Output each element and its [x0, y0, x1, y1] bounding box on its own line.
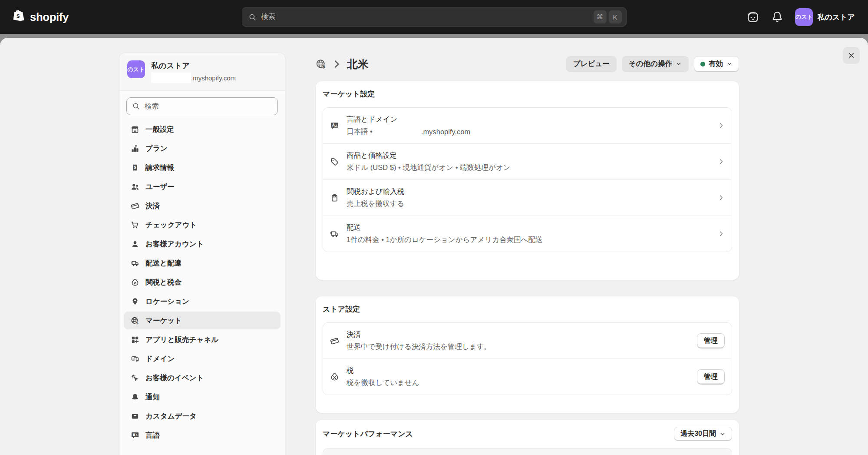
sidebar-item-チェックアウト[interactable]: チェックアウト [124, 216, 281, 234]
chevron-down-icon [676, 61, 682, 67]
sidebar-item-label: 決済 [145, 201, 160, 211]
billing-icon: $ [131, 163, 139, 172]
sidebar-item-一般設定[interactable]: 一般設定 [124, 120, 281, 138]
close-button[interactable] [843, 47, 860, 64]
section-title: マーケット設定 [323, 89, 732, 99]
settings-modal: のスト 私のストア .myshopify.com 一般設定プラン$請求情報ユーザ… [0, 38, 868, 455]
sidebar-item-請求情報[interactable]: $請求情報 [124, 159, 281, 176]
store-header: のスト 私のストア .myshopify.com [119, 53, 285, 91]
global-search-bar[interactable]: ⌘ K [242, 7, 627, 27]
topbar-right-cluster: のスト 私のストア [746, 0, 855, 34]
manage-button[interactable]: 管理 [697, 333, 725, 349]
sidebar-item-label: 関税と税金 [145, 278, 182, 287]
chevron-right-icon [718, 194, 725, 201]
settings-main: $ 北米 プレビュー その他の操作 有効 マーケット設定 [316, 38, 739, 455]
market-performance-card: マーケットパフォーマンス 過去30日間 [316, 420, 739, 455]
settings-search-input[interactable] [126, 97, 278, 115]
bell-icon[interactable] [771, 10, 784, 23]
setting-row[interactable]: 税税を徴収していません管理 [323, 359, 732, 395]
shopify-logo[interactable]: S shopify [12, 0, 69, 34]
sidebar-item-プラン[interactable]: プラン [124, 139, 281, 157]
checkout-icon [131, 221, 139, 229]
sidebar-item-label: 通知 [145, 392, 160, 402]
status-button[interactable]: 有効 [694, 56, 739, 72]
svg-text:$: $ [135, 320, 139, 325]
sidekick-icon[interactable] [746, 10, 759, 23]
breadcrumb: $ 北米 [316, 57, 369, 71]
sidebar-item-label: 請求情報 [145, 163, 174, 173]
setting-row[interactable]: 関税および輸入税売上税を徴収する [323, 180, 732, 216]
kbd-k: K [609, 10, 622, 23]
svg-text:A: A [332, 123, 335, 127]
svg-text:A: A [132, 433, 135, 437]
payments-icon [330, 336, 339, 345]
plan-icon [131, 144, 139, 153]
header-actions: プレビュー その他の操作 有効 [566, 56, 739, 72]
store-avatar: のスト [127, 60, 145, 78]
sidebar-item-カスタムデータ[interactable]: カスタムデータ [124, 407, 281, 425]
global-search-input[interactable] [261, 13, 591, 21]
store-label: 私のストア [817, 12, 855, 22]
sidebar-item-label: お客様アカウント [145, 239, 204, 249]
sidebar-item-label: 一般設定 [145, 125, 174, 134]
sidebar-item-マーケット[interactable]: $マーケット [124, 312, 281, 329]
preview-button[interactable]: プレビュー [566, 56, 617, 72]
sidebar-nav: 一般設定プラン$請求情報ユーザー決済チェックアウトお客様アカウント配送と配達関税… [119, 120, 285, 454]
svg-text:$: $ [322, 63, 325, 70]
sidebar-item-アプリと販売チャネル[interactable]: アプリと販売チャネル [124, 331, 281, 349]
account-menu[interactable]: のスト 私のストア [795, 8, 855, 26]
status-badge: 有効 [709, 59, 723, 69]
shipping-icon [131, 259, 139, 268]
languages-icon: A [330, 121, 339, 130]
sidebar-item-ロケーション[interactable]: ロケーション [124, 292, 281, 310]
sidebar-item-label: マーケット [145, 316, 182, 325]
more-actions-button[interactable]: その他の操作 [622, 56, 689, 72]
setting-row[interactable]: 配送1件の料金 • 1か所のロケーションからアメリカ合衆国へ配送 [323, 216, 732, 252]
chevron-down-icon [719, 431, 726, 437]
svg-text:$: $ [134, 165, 136, 169]
duties-icon [330, 372, 339, 382]
manage-button[interactable]: 管理 [697, 369, 725, 385]
chevron-right-icon [718, 158, 725, 165]
store-domain: .myshopify.com [151, 73, 236, 83]
sidebar-item-決済[interactable]: 決済 [124, 197, 281, 215]
domains-icon [131, 355, 139, 363]
sidebar-item-label: チェックアウト [145, 220, 197, 230]
store-settings-rows: 決済世界中で受け付ける決済方法を管理します。管理税税を徴収していません管理 [323, 322, 732, 395]
date-range-button[interactable]: 過去30日間 [674, 427, 732, 441]
row-subtitle: 世界中で受け付ける決済方法を管理します。 [347, 342, 690, 352]
sidebar-item-ドメイン[interactable]: ドメイン [124, 350, 281, 368]
sidebar-search-bar[interactable] [126, 97, 278, 115]
sidebar-item-label: ドメイン [145, 354, 175, 364]
row-subtitle: 米ドル (USD $) • 現地通貨がオン • 端数処理がオン [347, 163, 710, 173]
row-title: 決済 [347, 330, 690, 339]
sidebar-item-お客様アカウント[interactable]: お客様アカウント [124, 235, 281, 253]
duties-icon [131, 278, 139, 287]
row-title: 配送 [347, 223, 710, 232]
setting-row[interactable]: A言語とドメイン日本語 • .myshopify.com [323, 108, 732, 144]
sidebar-item-お客様のイベント[interactable]: お客様のイベント [124, 369, 281, 387]
locations-icon [131, 297, 139, 306]
sidebar-item-言語[interactable]: A言語 [124, 426, 281, 444]
sidebar-item-label: ユーザー [145, 182, 175, 192]
setting-row[interactable]: 決済世界中で受け付ける決済方法を管理します。管理 [323, 323, 732, 359]
kbd-cmd: ⌘ [594, 10, 607, 23]
sidebar-item-label: ロケーション [145, 297, 189, 306]
sidebar-item-関税と税金[interactable]: 関税と税金 [124, 273, 281, 291]
row-title: 税 [347, 366, 690, 375]
sidebar-item-ユーザー[interactable]: ユーザー [124, 178, 281, 196]
setting-row[interactable]: 商品と価格設定米ドル (USD $) • 現地通貨がオン • 端数処理がオン [323, 144, 732, 180]
page-header: $ 北米 プレビュー その他の操作 有効 [316, 54, 739, 73]
notifications-icon [131, 393, 139, 402]
sidebar-item-label: 言語 [145, 431, 160, 440]
store-settings-card: ストア設定 決済世界中で受け付ける決済方法を管理します。管理税税を徴収していませ… [316, 296, 739, 413]
store-icon [131, 125, 139, 134]
topbar: S shopify ⌘ K のスト 私のストア [0, 0, 868, 34]
section-title: ストア設定 [323, 304, 732, 314]
row-title: 商品と価格設定 [347, 151, 710, 160]
sidebar-item-配送と配達[interactable]: 配送と配達 [124, 254, 281, 272]
row-title: 言語とドメイン [347, 115, 710, 124]
store-name: 私のストア [151, 60, 236, 71]
sidebar-item-通知[interactable]: 通知 [124, 388, 281, 406]
duties-box-icon [330, 193, 339, 203]
